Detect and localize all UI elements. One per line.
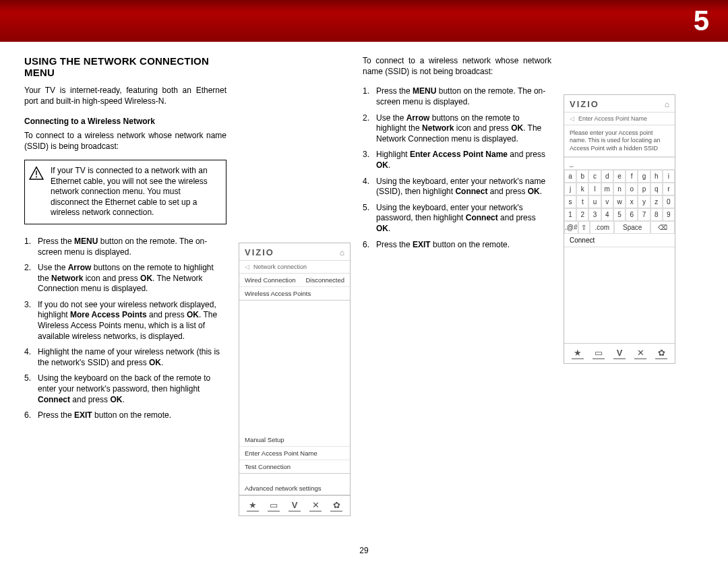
right-step-4: Using the keyboard, enter your network's… <box>363 177 551 197</box>
widescreen-icon: ▭ <box>593 348 605 359</box>
gear-icon: ✿ <box>330 500 342 511</box>
left-step-5: Using the keyboard on the back of the re… <box>24 373 226 405</box>
back-icon: ◁ <box>570 115 574 122</box>
key-s: s <box>564 195 576 208</box>
menu-breadcrumb: ◁ Enter Access Point Name <box>564 112 675 125</box>
right-step-5: Using the keyboard, enter your network's… <box>363 203 551 235</box>
key-u: u <box>588 195 601 208</box>
key-q: q <box>650 183 663 195</box>
manual-setup-row: Manual Setup <box>239 433 350 447</box>
key-n: n <box>613 183 626 195</box>
bottom-icon-bar: ★ ▭ V ✕ ✿ <box>564 343 675 363</box>
breadcrumb-label: Enter Access Point Name <box>578 115 647 122</box>
key-e: e <box>613 170 626 183</box>
wired-connection-row: Wired Connection Disconnected <box>239 274 350 287</box>
widescreen-icon: ▭ <box>268 500 280 511</box>
key-space: Space <box>614 221 650 234</box>
ssid-input-underscore: _ <box>564 157 675 170</box>
key-symbols: .@# <box>564 221 578 234</box>
key-7: 7 <box>638 208 650 221</box>
key-6: 6 <box>626 208 638 221</box>
right-step-6: Press the EXIT button on the remote. <box>363 240 551 251</box>
vizio-logo: VIZIO <box>245 247 274 257</box>
key-0: 0 <box>663 195 675 208</box>
section-title: USING THE NETWORK CONNECTION MENU <box>24 55 226 78</box>
left-step-3: If you do not see your wireless network … <box>24 300 226 342</box>
key-8: 8 <box>650 208 663 221</box>
breadcrumb-label: Network connection <box>253 263 307 270</box>
v-icon: V <box>289 500 301 511</box>
key-3: 3 <box>588 208 601 221</box>
key-1: 1 <box>564 208 576 221</box>
key-shift: ⇧ <box>578 221 590 234</box>
svg-point-1 <box>36 176 37 177</box>
key-k: k <box>576 183 588 195</box>
warning-icon <box>29 166 44 180</box>
warning-text: If your TV is connected to a network wit… <box>51 166 219 218</box>
key-h: h <box>650 170 663 183</box>
key-x: x <box>626 195 638 208</box>
key-a: a <box>564 170 576 183</box>
key-z: z <box>650 195 663 208</box>
lead-paragraph: To connect to a wireless network whose n… <box>24 130 226 152</box>
left-step-1: Press the MENU button on the remote. The… <box>24 237 226 257</box>
network-connection-menu: VIZIO ⌂ ◁ Network connection Wired Conne… <box>239 243 351 516</box>
advanced-settings-row: Advanced network settings <box>239 482 350 495</box>
left-step-4: Highlight the name of your wireless netw… <box>24 347 226 368</box>
key-l: l <box>588 183 601 195</box>
key-5: 5 <box>613 208 626 221</box>
keyboard-bottom-row: .@# ⇧ .com Space ⌫ <box>564 221 675 234</box>
right-lead: To connect to a wireless network whose n… <box>363 55 551 77</box>
key-d: d <box>601 170 613 183</box>
home-icon: ⌂ <box>665 100 669 109</box>
key-9: 9 <box>663 208 675 221</box>
right-step-3: Highlight Enter Access Point Name and pr… <box>363 150 551 170</box>
key-backspace: ⌫ <box>650 221 675 234</box>
chapter-number: 5 <box>694 5 709 36</box>
vizio-logo: VIZIO <box>570 99 599 109</box>
v-icon: V <box>613 348 626 359</box>
ap-help-text: Please enter your Access point name. Thi… <box>564 125 675 157</box>
page-number: 29 <box>0 546 728 555</box>
gear-icon: ✿ <box>655 348 667 359</box>
subheading: Connecting to a Wireless Network <box>24 116 226 127</box>
mid-column: VIZIO ⌂ ◁ Network connection Wired Conne… <box>239 55 351 516</box>
home-icon: ⌂ <box>340 248 344 257</box>
intro-text: Your TV is internet-ready, featuring bot… <box>24 85 226 106</box>
key-o: o <box>626 183 638 195</box>
wireless-ap-row: Wireless Access Points <box>239 287 350 301</box>
key-4: 4 <box>601 208 613 221</box>
key-m: m <box>601 183 613 195</box>
onscreen-keyboard: abcdefghijklmnopqrstuvwxyz0123456789 <box>564 170 675 221</box>
left-step-2: Use the Arrow buttons on the remote to h… <box>24 263 226 294</box>
key-w: w <box>613 195 626 208</box>
star-icon: ★ <box>572 348 584 359</box>
right-column: To connect to a wireless network whose n… <box>363 55 551 516</box>
key-b: b <box>576 170 588 183</box>
key-2: 2 <box>576 208 588 221</box>
key-f: f <box>626 170 638 183</box>
key-g: g <box>638 170 650 183</box>
close-icon: ✕ <box>634 348 646 359</box>
left-step-6: Press the EXIT button on the remote. <box>24 410 226 421</box>
key-p: p <box>638 183 650 195</box>
close-icon: ✕ <box>309 500 322 511</box>
keyboard-column: VIZIO ⌂ ◁ Enter Access Point Name Please… <box>564 55 689 516</box>
key-j: j <box>564 183 576 195</box>
key-v: v <box>601 195 613 208</box>
page-body: USING THE NETWORK CONNECTION MENU Your T… <box>0 42 728 523</box>
connect-row: Connect <box>564 234 675 247</box>
enter-ap-row: Enter Access Point Name <box>239 447 350 460</box>
key-y: y <box>638 195 650 208</box>
bottom-icon-bar: ★ ▭ V ✕ ✿ <box>239 495 350 516</box>
back-icon: ◁ <box>245 263 249 270</box>
star-icon: ★ <box>247 500 259 511</box>
chapter-banner: 5 <box>0 0 728 42</box>
key-c: c <box>588 170 601 183</box>
left-steps: Press the MENU button on the remote. The… <box>24 237 226 427</box>
key-r: r <box>663 183 675 195</box>
test-connection-row: Test Connection <box>239 460 350 474</box>
warning-box: If your TV is connected to a network wit… <box>24 160 226 224</box>
enter-ap-menu: VIZIO ⌂ ◁ Enter Access Point Name Please… <box>564 94 675 364</box>
right-step-1: Press the MENU button on the remote. The… <box>363 86 551 107</box>
